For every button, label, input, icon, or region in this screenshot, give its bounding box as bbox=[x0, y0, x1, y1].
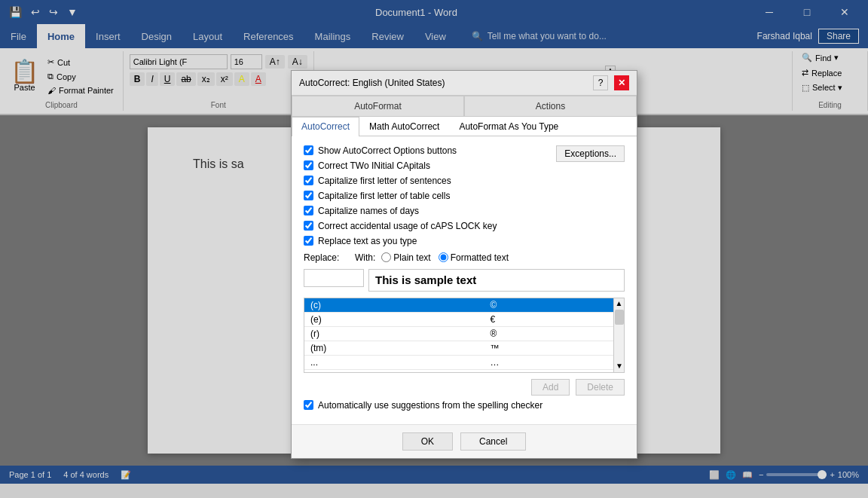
table-cell-value: € bbox=[484, 312, 624, 326]
checkbox-caps-lock: Correct accidental usage of cAPS LOCK ke… bbox=[304, 221, 625, 231]
replace-fields: This is sample text bbox=[304, 269, 625, 292]
modal-overlay: AutoCorrect: English (United States) ? ✕… bbox=[0, 0, 868, 498]
modal-tab-actions[interactable]: Actions bbox=[464, 96, 637, 117]
exceptions-button[interactable]: Exceptions... bbox=[556, 145, 625, 162]
checkbox-capitalize-days-label: Capitalize names of days bbox=[318, 206, 419, 216]
checkbox-capitalize-sentences: Capitalize first letter of sentences bbox=[304, 176, 625, 186]
add-button[interactable]: Add bbox=[531, 379, 570, 396]
checkbox-show-options: Show AutoCorrect Options buttons bbox=[304, 145, 556, 156]
modal-outer-tabs: AutoFormat Actions bbox=[292, 96, 637, 117]
checkbox-capitalize-days: Capitalize names of days bbox=[304, 206, 625, 216]
table-cell-key: (c) bbox=[304, 298, 484, 313]
modal-subtab-math[interactable]: Math AutoCorrect bbox=[359, 117, 449, 136]
modal-controls: ? ✕ bbox=[593, 75, 629, 90]
auto-suggest-label: Automatically use suggestions from the s… bbox=[318, 400, 542, 411]
radio-formatted-text[interactable]: Formatted text bbox=[439, 252, 509, 263]
auto-suggest-row: Automatically use suggestions from the s… bbox=[304, 400, 625, 411]
scrollbar-up-icon[interactable]: ▲ bbox=[614, 298, 624, 308]
table-cell-key: ... bbox=[304, 369, 484, 373]
table-row[interactable]: (e) € bbox=[304, 312, 624, 326]
checkbox-show-options-label: Show AutoCorrect Options buttons bbox=[318, 145, 457, 156]
replace-with-row: Replace: With: Plain text Formatted text bbox=[304, 252, 625, 263]
checkbox-caps-lock-label: Correct accidental usage of cAPS LOCK ke… bbox=[318, 221, 497, 231]
modal-help-button[interactable]: ? bbox=[593, 75, 608, 90]
checkbox-correct-two-initials-input[interactable] bbox=[304, 160, 313, 170]
radio-plain-text-label: Plain text bbox=[393, 252, 430, 263]
checkbox-caps-lock-input[interactable] bbox=[304, 221, 313, 231]
auto-suggest-checkbox[interactable] bbox=[304, 400, 313, 410]
checkbox-capitalize-table-input[interactable] bbox=[304, 191, 313, 200]
table-cell-key: ... bbox=[304, 355, 484, 369]
autocorrect-table: (c) © (e) € (r) ® (tm) ™ bbox=[304, 298, 624, 373]
radio-plain-text-input[interactable] bbox=[381, 252, 391, 262]
radio-group: Plain text Formatted text bbox=[381, 252, 509, 263]
table-cell-value: ™ bbox=[484, 341, 624, 355]
sample-text: This is sample text bbox=[375, 273, 476, 286]
modal-footer: OK Cancel bbox=[292, 424, 637, 458]
radio-formatted-text-label: Formatted text bbox=[451, 252, 509, 263]
table-cell-value: … bbox=[484, 355, 624, 369]
checkbox-capitalize-table-label: Capitalize first letter of table cells bbox=[318, 191, 450, 201]
ok-button[interactable]: OK bbox=[402, 432, 453, 451]
add-delete-row: Add Delete bbox=[304, 379, 625, 396]
table-cell-key: (e) bbox=[304, 312, 484, 326]
modal-tab-autoformat[interactable]: AutoFormat bbox=[292, 96, 464, 117]
modal-subtabs: AutoCorrect Math AutoCorrect AutoFormat … bbox=[292, 117, 637, 136]
scrollbar-down-icon[interactable]: ▼ bbox=[614, 361, 625, 371]
replace-text-checkbox[interactable] bbox=[304, 236, 313, 246]
scrollbar-thumb[interactable] bbox=[615, 310, 624, 325]
modal-subtab-autocorrect[interactable]: AutoCorrect bbox=[292, 117, 359, 136]
replace-text-row: Replace text as you type bbox=[304, 236, 625, 246]
modal-subtab-autoformat-type[interactable]: AutoFormat As You Type bbox=[449, 117, 568, 136]
table-row[interactable]: (r) ® bbox=[304, 326, 624, 341]
checkbox-capitalize-table: Capitalize first letter of table cells bbox=[304, 191, 625, 201]
table-cell-key: (r) bbox=[304, 326, 484, 341]
table-row[interactable]: ... … bbox=[304, 369, 624, 373]
checkbox-capitalize-days-input[interactable] bbox=[304, 206, 313, 215]
table-cell-value: © bbox=[484, 298, 624, 313]
sample-text-box: This is sample text bbox=[368, 269, 625, 292]
radio-plain-text[interactable]: Plain text bbox=[381, 252, 430, 263]
table-cell-key: (tm) bbox=[304, 341, 484, 355]
modal-body: Exceptions... Show AutoCorrect Options b… bbox=[292, 136, 637, 424]
replace-from-input[interactable] bbox=[304, 269, 364, 287]
modal-title-bar: AutoCorrect: English (United States) ? ✕ bbox=[292, 71, 637, 96]
table-row[interactable]: ... … bbox=[304, 355, 624, 369]
checkbox-capitalize-sentences-label: Capitalize first letter of sentences bbox=[318, 176, 451, 186]
checkbox-capitalize-sentences-input[interactable] bbox=[304, 176, 313, 185]
autocorrect-dialog: AutoCorrect: English (United States) ? ✕… bbox=[291, 70, 637, 459]
table-cell-value: ® bbox=[484, 326, 624, 341]
checkbox-correct-two-initials-label: Correct TWo INitial CApitals bbox=[318, 160, 430, 171]
radio-formatted-text-input[interactable] bbox=[439, 252, 448, 262]
replace-label: Replace: bbox=[304, 252, 349, 263]
checkbox-show-options-input[interactable] bbox=[304, 145, 313, 155]
table-row[interactable]: (c) © bbox=[304, 298, 624, 313]
modal-title: AutoCorrect: English (United States) bbox=[299, 78, 445, 88]
checkboxes-section: Exceptions... Show AutoCorrect Options b… bbox=[304, 145, 625, 231]
replace-text-label: Replace text as you type bbox=[318, 236, 417, 246]
delete-button[interactable]: Delete bbox=[576, 379, 625, 396]
table-scrollbar[interactable]: ▲ ▼ bbox=[613, 298, 624, 372]
checkbox-correct-two-initials: Correct TWo INitial CApitals bbox=[304, 160, 556, 171]
cancel-button[interactable]: Cancel bbox=[460, 432, 526, 451]
table-row[interactable]: (tm) ™ bbox=[304, 341, 624, 355]
autocorrect-table-container: (c) © (e) € (r) ® (tm) ™ bbox=[304, 298, 625, 373]
replace-to-area: This is sample text bbox=[368, 269, 625, 292]
table-cell-value: … bbox=[484, 369, 624, 373]
modal-close-button[interactable]: ✕ bbox=[614, 75, 629, 90]
with-label: With: bbox=[355, 252, 375, 263]
